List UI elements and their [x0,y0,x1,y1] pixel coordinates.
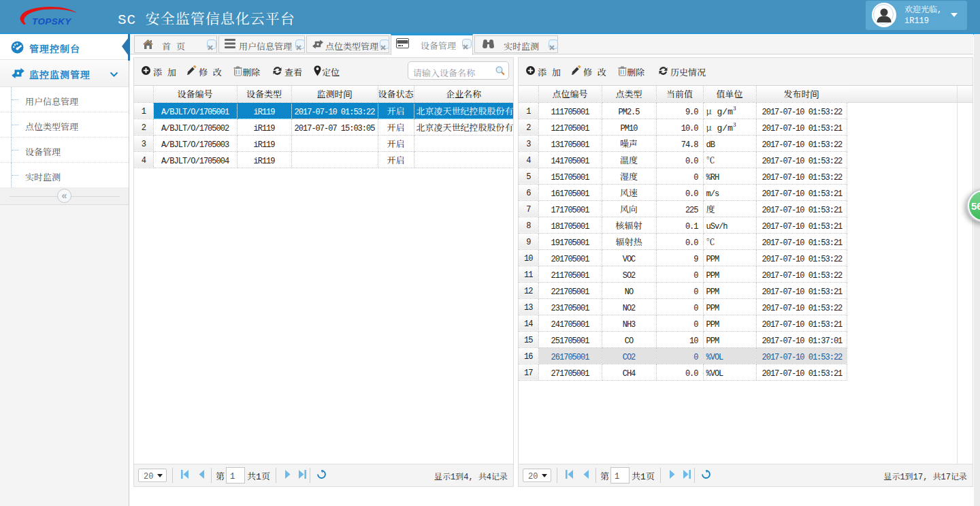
svg-text:TOPSKY: TOPSKY [32,16,72,27]
